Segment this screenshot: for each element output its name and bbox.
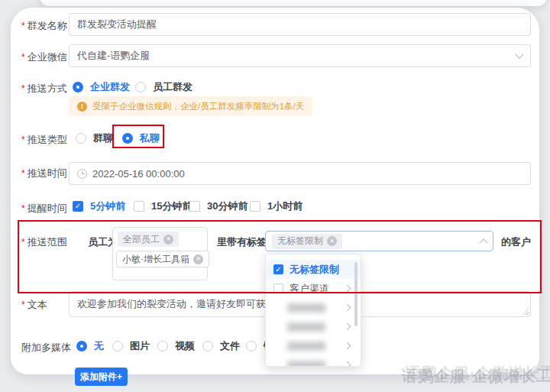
radio-option-media-file[interactable]: 文件 (202, 339, 240, 353)
push-time-value: 2022-05-16 00:00:00 (92, 168, 185, 180)
checkbox-unchecked-icon (273, 283, 283, 293)
customer-tag-select[interactable]: 无标签限制 ✕ (265, 231, 493, 251)
chevron-right-icon (344, 342, 351, 350)
radio-option-media-image[interactable]: 图片 (112, 339, 150, 353)
redacted-label (287, 303, 325, 313)
chevron-right-icon (344, 304, 351, 312)
field-label-push-type: *推送类型 (21, 133, 67, 147)
staff-multiselect[interactable]: 全部员工 ✕ 小敏·增长工具箱 ✕ (112, 227, 208, 280)
wecom-select-value: 代自建-语鹦企服 (77, 49, 511, 63)
radio-option-private-chat[interactable]: 私聊 (122, 131, 160, 145)
chevron-right-icon (344, 285, 351, 293)
redacted-label (287, 361, 325, 368)
radio-option-media-none[interactable]: 无 (76, 339, 104, 353)
checkbox-unchecked-icon (134, 201, 144, 212)
radio-selected-icon (73, 82, 83, 92)
radio-selected-icon (76, 341, 87, 352)
required-asterisk: * (21, 203, 25, 214)
radio-option-staff-group-send[interactable]: 员工群发 (135, 80, 192, 94)
dropdown-item-no-tag-limit[interactable]: ✓ 无标签限制 (266, 260, 361, 279)
required-asterisk: * (21, 21, 25, 31)
name-input-value: 群发裂变活动提醒 (77, 18, 157, 31)
radio-selected-icon (122, 133, 133, 144)
field-label-push-range: *推送范围 (21, 235, 67, 249)
chevron-right-icon (344, 323, 351, 331)
checkbox-option-5min[interactable]: ✓ 5分钟前 (73, 199, 125, 213)
field-label-push-time: *推送时间 (21, 167, 67, 180)
warning-icon: ! (77, 102, 87, 112)
resize-handle-icon[interactable] (522, 308, 529, 315)
radio-option-group-chat[interactable]: 群聊 (76, 131, 113, 145)
checkbox-unchecked-icon (250, 201, 260, 212)
redacted-label (287, 322, 325, 332)
remove-tag-icon[interactable]: ✕ (193, 254, 203, 264)
required-asterisk: * (21, 134, 25, 145)
clock-icon (77, 169, 87, 179)
customer-suffix-label: 的客户 (501, 235, 531, 249)
radio-unselected-icon (135, 82, 146, 92)
radio-option-media-video[interactable]: 视频 (157, 339, 195, 353)
radio-unselected-icon (246, 341, 257, 352)
radio-unselected-icon (157, 341, 168, 352)
dropdown-item-redacted[interactable] (266, 298, 361, 317)
remove-tag-icon[interactable]: ✕ (163, 235, 173, 245)
required-asterisk: * (21, 83, 25, 94)
field-label-wecom: *企业微信 (21, 50, 67, 64)
radio-unselected-icon (76, 133, 86, 144)
name-input[interactable]: 群发裂变活动提醒 (69, 13, 531, 36)
redacted-label (287, 342, 325, 351)
wecom-select[interactable]: 代自建-语鹦企服 (69, 44, 531, 67)
field-label-media: 附加多媒体 (21, 341, 71, 355)
required-asterisk: * (21, 52, 25, 63)
radio-unselected-icon (202, 341, 213, 352)
remove-tag-icon[interactable]: ✕ (327, 236, 337, 246)
upper-panel-edge (40, 0, 547, 6)
staff-tag: 小敏·增长工具箱 ✕ (116, 251, 209, 267)
checkbox-checked-icon: ✓ (73, 201, 83, 212)
chevron-right-icon (344, 361, 351, 367)
required-asterisk: * (21, 168, 25, 179)
checkbox-unchecked-icon (189, 201, 200, 212)
dropdown-item-redacted[interactable] (266, 317, 361, 336)
radio-unselected-icon (112, 341, 123, 352)
frequency-warning-banner: ! 受限于企业微信规则，企业/员工群发频率限制为1条/天 (69, 96, 312, 116)
dropdown-scrollbar[interactable] (354, 262, 358, 326)
push-time-datepicker[interactable]: 2022-05-16 00:00:00 (69, 162, 531, 185)
dropdown-item-customer-channel[interactable]: 客户渠道 (266, 279, 361, 298)
tag-dropdown-panel: ✓ 无标签限制 客户渠道 (265, 254, 361, 367)
chevron-up-icon (479, 238, 487, 247)
field-label-name: *群发名称 (21, 19, 67, 33)
staff-tag: 全部员工 ✕ (118, 232, 179, 247)
warning-text: 受限于企业微信规则，企业/员工群发频率限制为1条/天 (92, 101, 304, 112)
required-asterisk: * (21, 300, 25, 310)
radio-option-enterprise-group-send[interactable]: 企业群发 (73, 80, 130, 94)
dropdown-item-redacted[interactable] (266, 355, 361, 367)
field-label-text: *文本 (21, 298, 47, 312)
checkbox-checked-icon: ✓ (273, 264, 283, 274)
chevron-down-icon (515, 50, 523, 58)
mass-send-form-card: *群发名称 群发裂变活动提醒 *企业微信 代自建-语鹦企服 *推送方式 企业群发… (11, 8, 539, 374)
required-asterisk: * (21, 237, 25, 248)
field-label-push-method: *推送方式 (21, 82, 67, 96)
field-label-remind-time: *提醒时间 (21, 202, 67, 215)
checkbox-option-15min[interactable]: 15分钟前 (134, 199, 192, 213)
tag-prefix-label: 里带有标签 (217, 235, 267, 249)
checkbox-option-1hour[interactable]: 1小时前 (250, 199, 302, 213)
checkbox-option-30min[interactable]: 30分钟前 (189, 199, 247, 213)
selected-tag: 无标签限制 ✕ (272, 234, 342, 249)
add-attachment-button[interactable]: 添加附件+ (75, 368, 128, 386)
dropdown-item-redacted[interactable] (266, 336, 361, 355)
